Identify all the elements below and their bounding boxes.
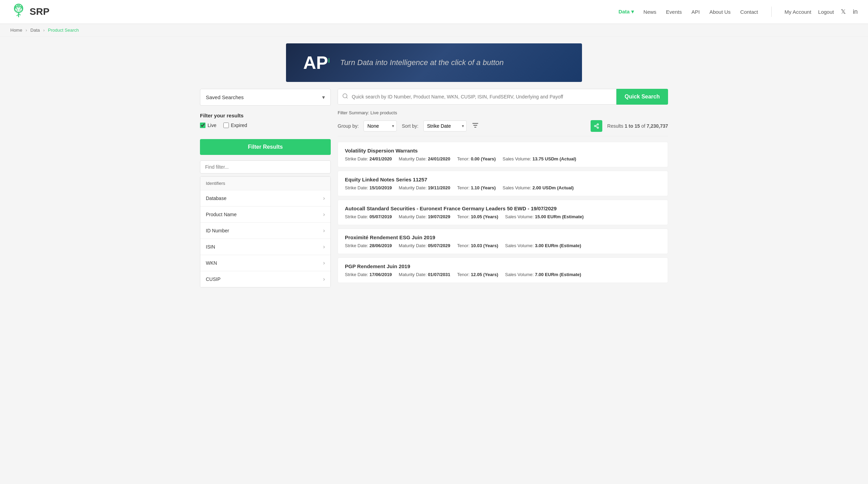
filter-item-product-name[interactable]: Product Name › xyxy=(200,207,330,223)
sort-by-select-wrapper[interactable]: Strike Date Maturity Date Sales Volume xyxy=(423,120,467,131)
product-result[interactable]: Autocall Standard Securities - Euronext … xyxy=(338,200,668,225)
filter-item-product-name-label: Product Name xyxy=(206,212,236,217)
live-checkbox[interactable] xyxy=(200,123,205,128)
product-name: Volatility Dispersion Warrants xyxy=(345,148,661,154)
logout-link[interactable]: Logout xyxy=(818,9,834,15)
sales-volume: Sales Volume: 2.00 USDm (Actual) xyxy=(502,185,574,190)
filter-summary-label: Filter Summary: xyxy=(338,110,369,115)
nav-item-api[interactable]: API xyxy=(691,9,700,15)
tenor: Tenor: 12.05 (Years) xyxy=(457,272,498,277)
results-count: Results 1 to 15 of 7,230,737 xyxy=(607,123,668,129)
quick-search-input[interactable] xyxy=(338,89,616,104)
logo[interactable]: SRP xyxy=(10,3,50,20)
group-by-select-wrapper[interactable]: None Issuer Currency xyxy=(363,120,397,131)
main-nav: Data ▾ News Events API About Us Contact … xyxy=(618,7,858,17)
filter-results-button[interactable]: Filter Results xyxy=(200,139,331,155)
share-icon[interactable] xyxy=(591,120,602,132)
nav-item-about[interactable]: About Us xyxy=(709,9,731,15)
nav-item-contact[interactable]: Contact xyxy=(740,9,758,15)
saved-searches-dropdown[interactable]: Saved Searches ▾ xyxy=(200,89,331,106)
results-range: 1 to 15 xyxy=(625,123,641,129)
expired-filter[interactable]: Expired xyxy=(223,123,247,128)
group-by-select[interactable]: None Issuer Currency xyxy=(363,120,397,131)
filter-list: Identifiers Database › Product Name › ID… xyxy=(200,176,331,287)
filter-group-identifiers: Identifiers xyxy=(200,177,330,190)
search-icon xyxy=(342,93,348,101)
strike-date: Strike Date: 17/06/2019 xyxy=(345,272,392,277)
product-result[interactable]: Volatility Dispersion Warrants Strike Da… xyxy=(338,142,668,167)
nav-item-data[interactable]: Data ▾ xyxy=(618,9,634,15)
my-account-link[interactable]: My Account xyxy=(785,9,812,15)
filter-item-database[interactable]: Database › xyxy=(200,190,330,207)
filter-item-isin[interactable]: ISIN › xyxy=(200,239,330,255)
product-name: PGP Rendement Juin 2019 xyxy=(345,263,661,269)
live-label: Live xyxy=(208,123,216,128)
filter-item-isin-arrow-icon: › xyxy=(323,244,325,250)
sort-by-label: Sort by: xyxy=(402,123,418,129)
sales-volume: Sales Volume: 7.00 EURm (Estimate) xyxy=(505,272,581,277)
filter-item-database-label: Database xyxy=(206,196,226,201)
breadcrumb-home[interactable]: Home xyxy=(10,28,22,33)
filter-item-wkn-arrow-icon: › xyxy=(323,260,325,266)
breadcrumb: Home › Data › Product Search xyxy=(0,24,868,36)
sidebar: Saved Searches ▾ Filter your results Liv… xyxy=(200,89,331,287)
find-filter-input[interactable] xyxy=(200,160,331,173)
tenor: Tenor: 1.10 (Years) xyxy=(457,185,496,190)
tenor: Tenor: 0.00 (Years) xyxy=(457,156,496,161)
product-result[interactable]: Proximité Rendement ESG Juin 2019 Strike… xyxy=(338,229,668,254)
banner-tagline: Turn Data into Intelligence at the click… xyxy=(340,58,504,67)
main-container: Saved Searches ▾ Filter your results Liv… xyxy=(193,89,675,301)
product-name: Autocall Standard Securities - Euronext … xyxy=(345,206,661,211)
expired-label: Expired xyxy=(231,123,247,128)
sales-volume: Sales Volume: 15.00 EURm (Estimate) xyxy=(505,214,583,219)
svg-point-12 xyxy=(594,125,596,127)
filter-item-id-number[interactable]: ID Number › xyxy=(200,223,330,239)
search-input-wrapper xyxy=(338,89,616,105)
banner-api-label: APi xyxy=(303,54,330,72)
nav-item-news[interactable]: News xyxy=(644,9,657,15)
filter-item-product-name-arrow-icon: › xyxy=(323,211,325,218)
product-meta: Strike Date: 15/10/2019 Maturity Date: 1… xyxy=(345,185,661,190)
filter-checkboxes: Live Expired xyxy=(200,123,331,128)
nav-account: My Account Logout 𝕏 in xyxy=(785,8,858,15)
filter-section: Filter your results Live Expired xyxy=(200,113,331,128)
strike-date: Strike Date: 28/06/2019 xyxy=(345,243,392,248)
quick-search-button[interactable]: Quick Search xyxy=(616,89,668,105)
filter-item-wkn[interactable]: WKN › xyxy=(200,255,330,271)
maturity-date: Maturity Date: 19/11/2020 xyxy=(399,185,451,190)
saved-searches-chevron-icon: ▾ xyxy=(322,94,325,101)
svg-point-11 xyxy=(597,124,599,125)
filter-item-cusip[interactable]: CUSIP › xyxy=(200,271,330,287)
sort-by-select[interactable]: Strike Date Maturity Date Sales Volume xyxy=(423,120,467,131)
svg-line-15 xyxy=(596,125,597,126)
expired-checkbox[interactable] xyxy=(223,123,229,128)
strike-date: Strike Date: 05/07/2019 xyxy=(345,214,392,219)
product-meta: Strike Date: 05/07/2019 Maturity Date: 1… xyxy=(345,214,661,219)
product-name: Proximité Rendement ESG Juin 2019 xyxy=(345,234,661,240)
product-meta: Strike Date: 17/06/2019 Maturity Date: 0… xyxy=(345,272,661,277)
sort-order-icon[interactable] xyxy=(472,122,479,131)
svg-point-5 xyxy=(17,10,18,11)
sales-volume: Sales Volume: 3.00 EURm (Estimate) xyxy=(505,243,581,248)
nav-item-events[interactable]: Events xyxy=(666,9,682,15)
logo-text: SRP xyxy=(30,6,50,17)
results-label: Results xyxy=(607,123,623,129)
header: SRP Data ▾ News Events API About Us Cont… xyxy=(0,0,868,24)
maturity-date: Maturity Date: 01/07/2031 xyxy=(399,272,451,277)
breadcrumb-sep-1: › xyxy=(25,28,27,33)
results-toolbar: Group by: None Issuer Currency Sort by: … xyxy=(338,120,668,136)
svg-point-4 xyxy=(20,8,21,9)
live-filter[interactable]: Live xyxy=(200,123,216,128)
filter-summary: Filter Summary: Live products xyxy=(338,110,668,115)
product-result[interactable]: Equity Linked Notes Series 11257 Strike … xyxy=(338,171,668,196)
linkedin-icon[interactable]: in xyxy=(853,8,858,15)
breadcrumb-sep-2: › xyxy=(43,28,44,33)
product-result[interactable]: PGP Rendement Juin 2019 Strike Date: 17/… xyxy=(338,257,668,283)
saved-searches-label: Saved Searches xyxy=(206,94,244,100)
twitter-icon[interactable]: 𝕏 xyxy=(841,8,846,15)
strike-date: Strike Date: 24/01/2020 xyxy=(345,156,392,161)
maturity-date: Maturity Date: 19/07/2029 xyxy=(399,214,451,219)
svg-point-10 xyxy=(343,94,347,98)
svg-line-14 xyxy=(596,126,597,127)
breadcrumb-data[interactable]: Data xyxy=(30,28,40,33)
